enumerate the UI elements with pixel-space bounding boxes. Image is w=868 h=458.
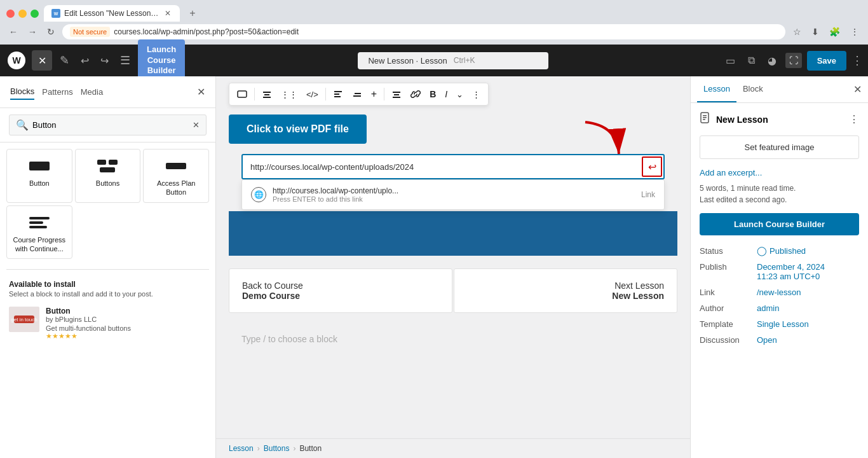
breadcrumb-lesson[interactable]: Lesson: [229, 444, 254, 453]
settings-panel-btn[interactable]: ⛶: [785, 53, 802, 68]
view-btn[interactable]: ▭: [722, 51, 739, 71]
download-btn[interactable]: ⬇: [809, 24, 822, 39]
plugin-description: Get multi-functional buttons: [46, 324, 207, 332]
browser-maximize-btn[interactable]: [31, 10, 39, 18]
back-to-course-top: Back to Course: [242, 281, 439, 291]
transform-btn[interactable]: [233, 87, 251, 102]
undo-btn[interactable]: ↩: [77, 51, 93, 71]
add-btn[interactable]: +: [367, 86, 381, 102]
redo-btn[interactable]: ↪: [97, 51, 112, 71]
new-tab-btn[interactable]: +: [185, 6, 200, 21]
template-label: Template: [700, 319, 757, 329]
author-value[interactable]: admin: [757, 303, 859, 313]
block-item-course-progress[interactable]: Course Progress with Continue...: [6, 205, 72, 260]
back-nav-btn[interactable]: ←: [6, 24, 20, 39]
forward-nav-btn[interactable]: →: [25, 24, 39, 39]
block-item-access-plan-button[interactable]: Access Plan Button: [143, 149, 209, 203]
tab-media[interactable]: Media: [81, 85, 103, 99]
svg-rect-22: [393, 92, 400, 93]
plugin-rating: ★★★★★: [46, 332, 207, 340]
url-submit-btn[interactable]: ↩: [642, 156, 662, 177]
browser-tab[interactable]: W Edit Lesson "New Lesson" · cou... ✕: [44, 5, 180, 22]
bold-btn[interactable]: B: [426, 87, 440, 102]
search-clear-btn[interactable]: ✕: [193, 120, 200, 130]
align-btn[interactable]: [258, 87, 276, 102]
tab-close-btn[interactable]: ✕: [163, 9, 172, 18]
svg-text:W: W: [54, 11, 58, 16]
launch-builder-sidebar-btn[interactable]: Launch Course Builder: [700, 213, 859, 235]
type-to-choose-block[interactable]: Type / to choose a block: [241, 323, 665, 355]
plugin-item-button[interactable]: get in touch Button by bPlugins LLC Get …: [0, 302, 215, 345]
link-btn[interactable]: [407, 87, 424, 102]
drag-btn[interactable]: ⋮⋮: [277, 87, 301, 102]
main-layout: Blocks Patterns Media ✕ 🔍 ✕ Button: [0, 76, 868, 458]
italic-btn[interactable]: I: [441, 87, 451, 102]
tab-block[interactable]: Block: [736, 76, 770, 102]
type-placeholder-text: Type / to choose a block: [241, 334, 337, 344]
publish-value[interactable]: December 4, 2024 11:23 am UTC+0: [757, 262, 859, 281]
template-row: Template Single Lesson: [700, 319, 859, 329]
template-value[interactable]: Single Lesson: [757, 319, 859, 329]
status-value[interactable]: ◯ Published: [757, 246, 859, 256]
buttons-block-label: Buttons: [96, 179, 119, 188]
tab-patterns[interactable]: Patterns: [42, 85, 72, 99]
plugins-btn[interactable]: ◕: [764, 51, 780, 71]
add-excerpt-link[interactable]: Add an excerpt...: [700, 168, 859, 177]
search-icon: 🔍: [16, 119, 29, 131]
discussion-value[interactable]: Open: [757, 335, 859, 345]
block-item-buttons[interactable]: Buttons: [75, 149, 141, 203]
wp-logo-btn[interactable]: W: [5, 49, 28, 72]
course-progress-icon: [29, 214, 50, 232]
button-block-icon: [29, 157, 50, 175]
link-meta-label: Link: [700, 288, 757, 297]
address-text: courses.local/wp-admin/post.php?post=50&…: [114, 27, 299, 36]
more-options-block-btn[interactable]: ⋮: [468, 87, 484, 102]
address-bar[interactable]: Not secure courses.local/wp-admin/post.p…: [62, 24, 785, 39]
breadcrumb: Lesson › Buttons › Button: [216, 438, 690, 458]
text-align-left-btn[interactable]: [329, 87, 347, 102]
close-editor-btn[interactable]: ✕: [32, 50, 52, 71]
refresh-nav-btn[interactable]: ↻: [44, 24, 57, 39]
launch-course-builder-toolbar-btn[interactable]: Launch Course Builder: [138, 39, 185, 82]
svg-rect-28: [703, 117, 707, 118]
browser-menu-btn[interactable]: ⋮: [848, 24, 862, 39]
svg-rect-23: [394, 94, 399, 95]
more-text-btn[interactable]: ⌄: [452, 87, 467, 102]
block-search-input[interactable]: [32, 120, 189, 130]
post-title-area: New Lesson · Lesson Ctrl+K: [358, 52, 548, 69]
course-navigation-block: Back to Course Demo Course Next Lesson N…: [229, 268, 677, 313]
preview-btn[interactable]: ⧉: [744, 51, 759, 70]
more-options-btn[interactable]: ⋮: [851, 53, 863, 67]
svg-rect-15: [264, 94, 269, 95]
browser-close-btn[interactable]: [6, 10, 15, 18]
svg-rect-7: [29, 217, 50, 219]
bookmark-btn[interactable]: ☆: [790, 24, 804, 39]
browser-minimize-btn[interactable]: [18, 10, 27, 18]
extensions-btn[interactable]: 🧩: [827, 24, 843, 39]
right-sidebar-close-btn[interactable]: ✕: [853, 83, 862, 95]
save-btn[interactable]: Save: [807, 51, 846, 71]
lesson-more-btn[interactable]: ⋮: [849, 113, 859, 125]
access-plan-button-label: Access Plan Button: [147, 179, 205, 197]
plugin-author: by bPlugins LLC: [46, 316, 207, 323]
back-to-course-item[interactable]: Back to Course Demo Course: [229, 268, 452, 313]
block-item-button[interactable]: Button: [6, 149, 72, 203]
list-view-btn[interactable]: ☰: [116, 50, 134, 71]
sidebar-close-btn[interactable]: ✕: [197, 86, 205, 98]
link-meta-value[interactable]: /new-lesson: [757, 288, 859, 297]
next-lesson-item[interactable]: Next Lesson New Lesson: [454, 268, 677, 313]
code-btn[interactable]: </>: [302, 87, 322, 102]
url-suggestion-item[interactable]: 🌐 http://courses.local/wp-content/uplo..…: [242, 180, 664, 209]
text-align-right-btn[interactable]: [348, 87, 366, 102]
tools-btn[interactable]: ✎: [56, 50, 73, 71]
breadcrumb-buttons[interactable]: Buttons: [264, 444, 290, 453]
set-featured-image-btn[interactable]: Set featured image: [700, 135, 859, 159]
text-align-center-btn[interactable]: [388, 87, 405, 102]
next-lesson-top: Next Lesson: [467, 281, 664, 291]
pdf-view-button[interactable]: Click to view PDF file: [229, 114, 367, 144]
tab-lesson[interactable]: Lesson: [697, 76, 736, 102]
sidebar-header: Blocks Patterns Media ✕: [0, 76, 215, 108]
svg-rect-18: [334, 94, 339, 95]
tab-blocks[interactable]: Blocks: [10, 84, 34, 100]
svg-text:get in touch: get in touch: [11, 317, 37, 323]
